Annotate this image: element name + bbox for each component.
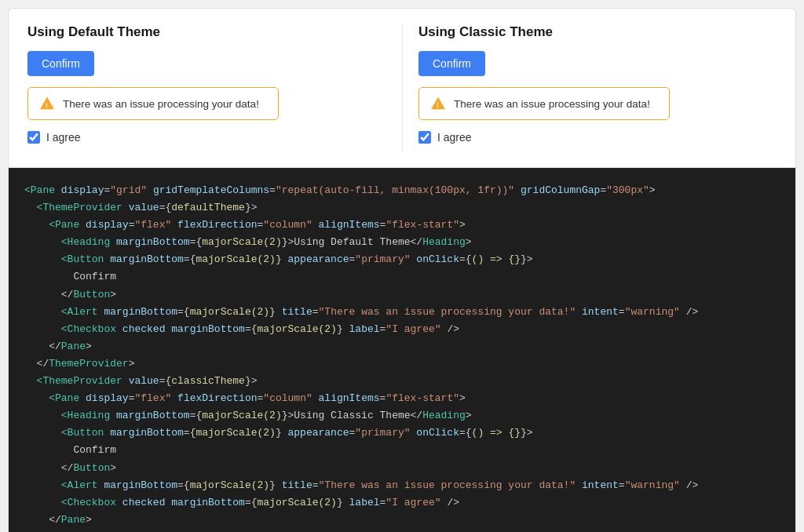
code-line: <Pane display="flex" flexDirection="colu… xyxy=(24,390,780,407)
classic-alert-box: ! There was an issue processing your dat… xyxy=(418,87,670,120)
default-checkbox-label: I agree xyxy=(46,131,81,144)
default-alert-text: There was an issue processing your data! xyxy=(63,98,259,110)
code-section: <Pane display="grid" gridTemplateColumns… xyxy=(9,168,795,532)
default-checkbox[interactable] xyxy=(27,131,40,144)
default-alert-box: ! There was an issue processing your dat… xyxy=(27,87,279,120)
code-line: <Checkbox checked marginBottom={majorSca… xyxy=(24,494,780,512)
default-checkbox-row: I agree xyxy=(27,131,386,144)
code-line: <Heading marginBottom={majorScale(2)}>Us… xyxy=(24,234,780,251)
code-line: </Pane> xyxy=(24,338,780,355)
code-line: </ThemeProvider> xyxy=(24,529,780,532)
code-line: </Button> xyxy=(24,460,780,477)
classic-theme-heading: Using Classic Theme xyxy=(418,24,777,40)
code-line: </ThemeProvider> xyxy=(24,355,780,373)
classic-checkbox-label: I agree xyxy=(437,131,472,144)
code-line: <Heading marginBottom={majorScale(2)}>Us… xyxy=(24,407,780,425)
code-line: <Pane display="grid" gridTemplateColumns… xyxy=(24,182,780,199)
code-line: Confirm xyxy=(24,442,780,459)
code-line: <Button marginBottom={majorScale(2)} app… xyxy=(24,251,780,268)
code-line: </Button> xyxy=(24,286,780,304)
default-confirm-button[interactable]: Confirm xyxy=(27,51,94,76)
code-line: Confirm xyxy=(24,268,780,286)
default-theme-heading: Using Default Theme xyxy=(27,24,386,40)
classic-confirm-button[interactable]: Confirm xyxy=(418,51,485,76)
svg-text:!: ! xyxy=(437,101,439,109)
classic-checkbox-row: I agree xyxy=(418,131,777,144)
classic-theme-panel: Using Classic Theme Confirm ! There was … xyxy=(402,24,777,151)
code-line: <Pane display="flex" flexDirection="colu… xyxy=(24,217,780,234)
code-line: <Alert marginBottom={majorScale(2)} titl… xyxy=(24,477,780,494)
preview-section: Using Default Theme Confirm ! There was … xyxy=(9,9,795,168)
warning-icon: ! xyxy=(39,96,55,111)
warning-icon-classic: ! xyxy=(430,96,446,111)
code-line: </Pane> xyxy=(24,512,780,529)
main-wrapper: Using Default Theme Confirm ! There was … xyxy=(8,8,796,532)
code-line: <ThemeProvider value={defaultTheme}> xyxy=(24,199,780,217)
code-line: <Checkbox checked marginBottom={majorSca… xyxy=(24,321,780,338)
code-line: <Button marginBottom={majorScale(2)} app… xyxy=(24,425,780,442)
code-line: <ThemeProvider value={classicTheme}> xyxy=(24,373,780,390)
svg-text:!: ! xyxy=(46,101,48,109)
code-line: <Alert marginBottom={majorScale(2)} titl… xyxy=(24,304,780,321)
default-theme-panel: Using Default Theme Confirm ! There was … xyxy=(27,24,402,151)
classic-checkbox[interactable] xyxy=(418,131,431,144)
classic-alert-text: There was an issue processing your data! xyxy=(454,98,650,110)
